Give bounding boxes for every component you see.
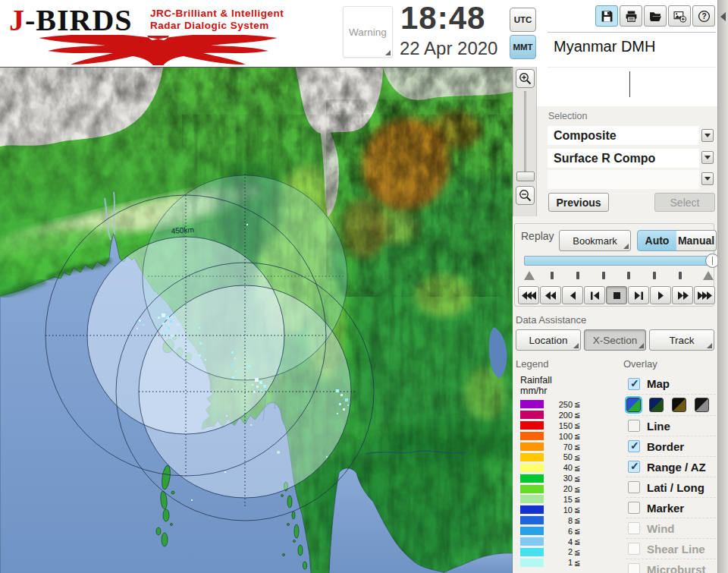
map-style-blue-green[interactable] [626, 398, 641, 412]
selection-label: Selection [548, 111, 587, 121]
control-panel: ? Myanmar DMH Selection Composite Surfac… [513, 0, 717, 573]
legend-suffix: ≦ [574, 559, 580, 567]
overlay-label: Overlay [623, 358, 657, 370]
location-button[interactable]: Location [516, 329, 581, 351]
rainfall-legend: 250≦200≦150≦100≦70≦50≦40≦30≦20≦15≦10≦8≦6… [520, 399, 580, 568]
overlay-item-label: Border [647, 440, 684, 453]
manual-button[interactable]: Manual [676, 230, 717, 251]
overlay-item-marker[interactable]: Marker [626, 497, 716, 518]
legend-value: 70 [544, 442, 573, 452]
overlay-item-label: Line [647, 420, 670, 433]
overlay-item-microburst[interactable]: Microburst [626, 559, 716, 573]
previous-button[interactable]: Previous [548, 193, 609, 212]
logo-title: J-BIRDS [9, 3, 133, 38]
checkbox[interactable] [628, 502, 640, 514]
x-section-button[interactable]: X-Section [584, 329, 646, 351]
map-style-black-olive[interactable] [672, 398, 686, 412]
rewind-button[interactable] [540, 286, 561, 304]
map-style-swatches [626, 394, 716, 415]
legend-suffix: ≦ [574, 537, 580, 546]
legend-row: 250≦ [520, 399, 580, 410]
play-reverse-button[interactable] [562, 286, 583, 304]
rewind-fast-button[interactable] [518, 286, 539, 304]
overlay-item-range-az[interactable]: Range / AZ [626, 456, 716, 477]
timeline-ticks [524, 269, 714, 282]
timeline-start-marker [524, 271, 535, 280]
legend-row: 6≦ [520, 526, 580, 537]
product-combo-arrow[interactable] [701, 151, 714, 164]
legend-suffix: ≦ [574, 453, 580, 461]
legend-suffix: ≦ [574, 527, 580, 535]
checkbox[interactable] [628, 378, 640, 390]
checkbox [628, 522, 640, 534]
composite-combo[interactable]: Composite [548, 126, 699, 145]
map-style-navy-darkgreen[interactable] [649, 398, 664, 412]
replay-timeline-slider[interactable] [524, 256, 714, 266]
timeline-end-marker [703, 271, 714, 280]
checkbox[interactable] [628, 481, 640, 493]
legend-color-swatch [520, 453, 544, 461]
legend-row: 70≦ [520, 442, 580, 452]
logo-tagline: JRC-Brilliant & Intelligent Radar Dialog… [150, 8, 284, 32]
auto-button[interactable]: Auto [637, 230, 677, 251]
forward-button[interactable] [672, 286, 693, 304]
stop-button[interactable] [606, 286, 627, 304]
elevation-combo-arrow[interactable] [701, 172, 714, 185]
overlay-item-shear-line[interactable]: Shear Line [626, 538, 716, 559]
checkbox[interactable] [628, 440, 640, 452]
range-ring-label: 450km [171, 225, 194, 235]
capture-icon-button[interactable] [668, 5, 691, 27]
forward-fast-button[interactable] [694, 286, 715, 304]
panel-collapse-strip[interactable] [717, 0, 728, 573]
overlay-item-wind[interactable]: Wind [626, 518, 716, 538]
step-back-button[interactable] [584, 286, 605, 304]
elevation-combo[interactable] [548, 170, 699, 189]
bookmark-button[interactable]: Bookmark [559, 230, 631, 251]
map-style-black-gray[interactable] [695, 398, 709, 412]
save-icon-button[interactable] [595, 5, 618, 27]
legend-suffix: ≦ [574, 485, 580, 493]
legend-row: 1≦ [520, 557, 580, 568]
legend-row: 10≦ [520, 505, 580, 515]
site-search-input[interactable] [548, 67, 716, 100]
open-folder-icon-button[interactable] [644, 5, 667, 27]
legend-value: 2 [544, 547, 573, 556]
overlay-item-lati-long[interactable]: Lati / Long [626, 477, 716, 497]
radar-map[interactable]: 450km [0, 67, 513, 573]
print-icon-button[interactable] [620, 5, 642, 27]
legend-value: 30 [544, 474, 573, 483]
legend-row: 8≦ [520, 515, 580, 526]
step-forward-button[interactable] [628, 286, 649, 304]
checkbox[interactable] [628, 420, 640, 432]
checkbox[interactable] [628, 461, 640, 473]
overlay-item-line[interactable]: Line [626, 415, 716, 436]
legend-color-swatch [520, 495, 544, 503]
legend-suffix: ≦ [574, 548, 580, 556]
legend-suffix: ≦ [574, 495, 580, 503]
legend-row: 20≦ [520, 483, 580, 494]
select-button[interactable]: Select [654, 193, 715, 212]
play-button[interactable] [650, 286, 671, 304]
legend-label: Legend [516, 358, 548, 370]
legend-color-swatch [520, 474, 544, 483]
legend-color-swatch [520, 548, 544, 556]
legend-value: 100 [544, 432, 573, 441]
jbirds-logo: J-BIRDS JRC-Brilliant & Intelligent Rada… [6, 2, 340, 65]
composite-combo-arrow[interactable] [701, 129, 714, 142]
help-icon-button[interactable]: ? [692, 5, 715, 27]
corner-handle-icon [623, 244, 629, 249]
overlay-item-map[interactable]: Map [626, 373, 716, 394]
checkbox [628, 563, 640, 573]
legend-value: 15 [544, 495, 573, 504]
legend-value: 1 [544, 558, 573, 567]
radar-map-canvas[interactable]: 450km [0, 68, 513, 573]
product-combo[interactable]: Surface R Compo [548, 149, 699, 168]
track-button[interactable]: Track [649, 329, 714, 351]
legend-suffix: ≦ [574, 432, 580, 440]
corner-handle-icon [639, 343, 644, 348]
overlay-item-border[interactable]: Border [626, 436, 716, 456]
warning-button[interactable]: Warning [343, 6, 393, 58]
legend-value: 200 [544, 411, 573, 420]
overlay-item-label: Range / AZ [647, 461, 706, 474]
legend-color-swatch [520, 421, 544, 430]
